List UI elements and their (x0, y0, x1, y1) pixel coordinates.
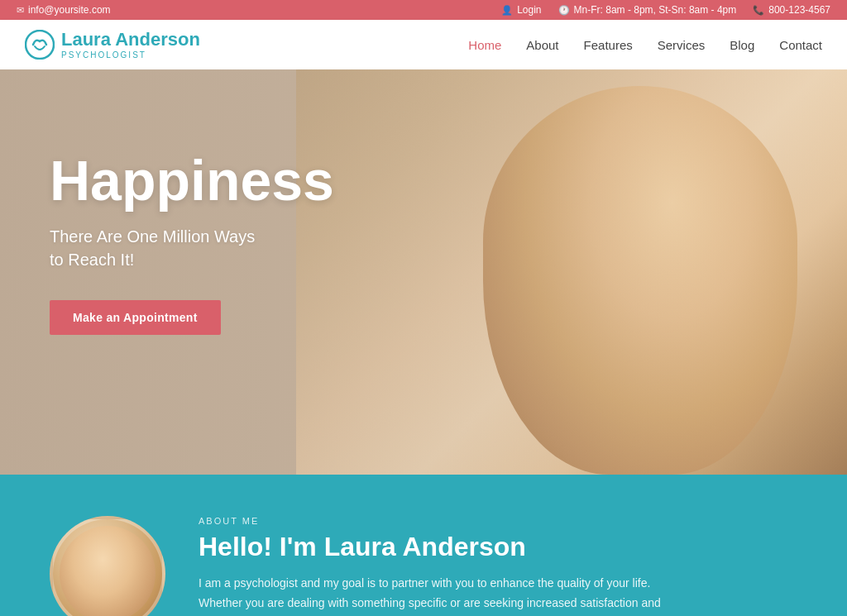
hours-item: 🕐 Mn-Fr: 8am - 8pm, St-Sn: 8am - 4pm (558, 4, 737, 16)
site-header: Laura Anderson PSYCHOLOGIST Home About F… (0, 20, 847, 69)
top-bar-left: ✉ info@yoursite.com (17, 4, 111, 16)
logo[interactable]: Laura Anderson PSYCHOLOGIST (25, 30, 200, 60)
hero-content: Happiness There Are One Million Waysto R… (50, 152, 334, 335)
login-item[interactable]: 👤 Login (501, 4, 541, 16)
hours-text: Mn-Fr: 8am - 8pm, St-Sn: 8am - 4pm (574, 4, 737, 16)
email-text: info@yoursite.com (28, 4, 111, 16)
hero-subtitle: There Are One Million Waysto Reach It! (50, 225, 334, 271)
hero-section: Happiness There Are One Million Waysto R… (0, 69, 847, 475)
phone-item: 📞 800-123-4567 (753, 4, 830, 16)
nav-contact[interactable]: Contact (779, 38, 822, 52)
nav-about[interactable]: About (526, 38, 558, 52)
about-text: ABOUT ME Hello! I'm Laura Anderson I am … (199, 516, 797, 616)
avatar-face (60, 526, 156, 616)
logo-icon (25, 30, 55, 60)
about-description: I am a psychologist and my goal is to pa… (199, 574, 678, 616)
logo-text: Laura Anderson PSYCHOLOGIST (61, 30, 200, 59)
phone-text: 800-123-4567 (768, 4, 830, 16)
svg-point-0 (26, 31, 54, 59)
top-bar: ✉ info@yoursite.com 👤 Login 🕐 Mn-Fr: 8am… (0, 0, 847, 20)
appointment-button[interactable]: Make an Appointment (50, 300, 221, 335)
about-title: Hello! I'm Laura Anderson (199, 531, 797, 562)
nav-features[interactable]: Features (584, 38, 633, 52)
top-bar-right: 👤 Login 🕐 Mn-Fr: 8am - 8pm, St-Sn: 8am -… (501, 4, 830, 16)
about-section: ABOUT ME Hello! I'm Laura Anderson I am … (0, 475, 847, 616)
user-icon: 👤 (501, 5, 513, 16)
hero-title: Happiness (50, 152, 334, 208)
main-nav: Home About Features Services Blog Contac… (468, 38, 822, 52)
phone-icon: 📞 (753, 5, 764, 16)
email-icon: ✉ (17, 5, 24, 16)
nav-home[interactable]: Home (468, 38, 501, 52)
logo-name: Laura Anderson (61, 30, 200, 50)
nav-blog[interactable]: Blog (730, 38, 754, 52)
login-text[interactable]: Login (517, 4, 541, 16)
nav-services[interactable]: Services (658, 38, 706, 52)
logo-subtitle: PSYCHOLOGIST (61, 50, 200, 60)
clock-icon: 🕐 (558, 5, 570, 16)
email-item: ✉ info@yoursite.com (17, 4, 111, 16)
about-label: ABOUT ME (199, 516, 797, 526)
about-avatar (50, 516, 165, 616)
